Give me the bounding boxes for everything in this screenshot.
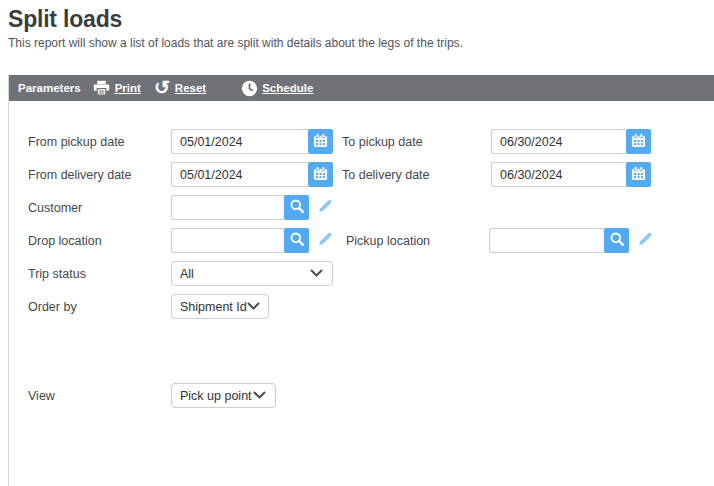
row-customer: Customer	[28, 195, 714, 220]
view-select[interactable]: Pick up point	[171, 383, 276, 408]
row-order-by: Order by Shipment Id	[28, 294, 714, 319]
drop-location-search-button[interactable]	[284, 228, 309, 253]
reset-icon: ↺	[153, 79, 171, 97]
row-delivery-dates: From delivery date	[28, 162, 714, 187]
calendar-icon	[313, 133, 328, 151]
trip-status-value: All	[180, 267, 194, 281]
to-delivery-date-label: To delivery date	[342, 168, 491, 182]
view-label: View	[28, 389, 171, 403]
reset-label: Reset	[175, 82, 206, 94]
print-button[interactable]: Print	[93, 79, 141, 97]
page-subtitle: This report will show a list of loads th…	[8, 36, 702, 50]
from-pickup-date-calendar-button[interactable]	[308, 129, 333, 154]
page-header: Split loads This report will show a list…	[0, 0, 714, 75]
search-icon	[609, 231, 625, 250]
drop-location-edit-button[interactable]	[315, 229, 335, 253]
to-pickup-date-input[interactable]	[491, 129, 626, 154]
pickup-location-input[interactable]	[489, 228, 604, 253]
row-view: View Pick up point	[28, 383, 714, 408]
page-title: Split loads	[8, 6, 702, 33]
trip-status-select[interactable]: All	[171, 261, 333, 286]
pencil-icon	[636, 230, 654, 251]
from-delivery-date-input[interactable]	[171, 162, 308, 187]
reset-button[interactable]: ↺ Reset	[153, 79, 206, 97]
row-locations: Drop location	[28, 228, 714, 253]
pickup-location-edit-button[interactable]	[635, 229, 655, 253]
schedule-button[interactable]: Schedule	[240, 79, 313, 97]
row-pickup-dates: From pickup date	[28, 129, 714, 154]
customer-search-button[interactable]	[284, 195, 309, 220]
print-label: Print	[115, 82, 141, 94]
from-pickup-date-label: From pickup date	[28, 135, 171, 149]
chevron-down-icon	[247, 300, 260, 314]
schedule-label: Schedule	[262, 82, 313, 94]
to-delivery-date-input[interactable]	[491, 162, 626, 187]
chevron-down-icon	[253, 389, 266, 403]
order-by-select[interactable]: Shipment Id	[171, 294, 269, 319]
pickup-location-search-button[interactable]	[604, 228, 629, 253]
toolbar: Parameters Print ↺ Reset	[9, 75, 714, 101]
customer-edit-button[interactable]	[315, 196, 335, 220]
customer-input[interactable]	[171, 195, 284, 220]
from-delivery-date-label: From delivery date	[28, 168, 171, 182]
order-by-label: Order by	[28, 300, 171, 314]
pencil-icon	[316, 197, 334, 218]
pickup-location-label: Pickup location	[346, 234, 489, 248]
drop-location-label: Drop location	[28, 234, 171, 248]
drop-location-input[interactable]	[171, 228, 284, 253]
to-pickup-date-calendar-button[interactable]	[626, 129, 651, 154]
customer-label: Customer	[28, 201, 171, 215]
parameters-form: From pickup date	[9, 101, 714, 408]
clock-icon	[240, 79, 258, 97]
pencil-icon	[316, 230, 334, 251]
order-by-value: Shipment Id	[180, 300, 247, 314]
to-delivery-date-calendar-button[interactable]	[626, 162, 651, 187]
print-icon	[93, 79, 111, 97]
trip-status-label: Trip status	[28, 267, 171, 281]
search-icon	[289, 198, 305, 217]
row-trip-status: Trip status All	[28, 261, 714, 286]
to-pickup-date-label: To pickup date	[342, 135, 491, 149]
calendar-icon	[631, 166, 646, 184]
view-value: Pick up point	[180, 389, 252, 403]
calendar-icon	[313, 166, 328, 184]
chevron-down-icon	[310, 267, 323, 281]
parameters-panel: Parameters Print ↺ Reset	[8, 75, 714, 486]
from-pickup-date-input[interactable]	[171, 129, 308, 154]
calendar-icon	[631, 133, 646, 151]
parameters-label: Parameters	[18, 82, 81, 94]
from-delivery-date-calendar-button[interactable]	[308, 162, 333, 187]
search-icon	[289, 231, 305, 250]
